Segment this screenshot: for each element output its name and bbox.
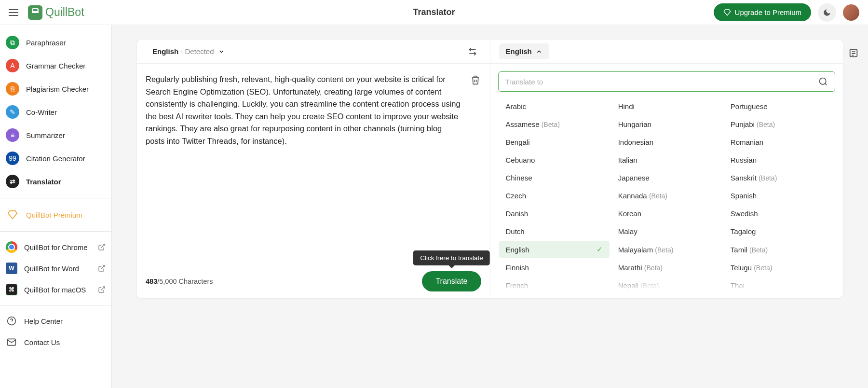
lang-option-tamil[interactable]: Tamil (Beta) <box>724 241 834 258</box>
lang-name: Russian <box>731 156 757 164</box>
support-help[interactable]: Help Center <box>2 310 109 332</box>
chevron-down-icon <box>218 48 225 55</box>
clear-text-button[interactable] <box>468 72 483 88</box>
source-lang-button[interactable]: English - Detected <box>146 43 231 59</box>
lang-option-kannada[interactable]: Kannada (Beta) <box>611 187 722 204</box>
sidebar-item-summarizer[interactable]: ≡Summarizer <box>2 124 109 147</box>
lang-option-russian[interactable]: Russian <box>724 152 834 168</box>
lang-option-portuguese[interactable]: Portuguese <box>724 98 834 115</box>
lang-option-marathi[interactable]: Marathi (Beta) <box>611 259 722 276</box>
sidebar-item-label: Paraphraser <box>26 39 66 47</box>
lang-name: French <box>506 281 529 290</box>
history-icon <box>848 48 859 58</box>
sidebar-item-label: Summarizer <box>26 131 65 139</box>
premium-link[interactable]: QuillBot Premium <box>2 203 109 226</box>
lang-option-czech[interactable]: Czech <box>499 187 610 204</box>
lang-name: Swedish <box>731 209 758 218</box>
lang-name: Sanskrit (Beta) <box>731 174 777 182</box>
lang-option-chinese[interactable]: Chinese <box>499 169 610 186</box>
lang-option-danish[interactable]: Danish <box>499 205 610 222</box>
moon-icon <box>823 8 831 17</box>
lang-name: Japanese <box>618 174 650 182</box>
support-mail[interactable]: Contact Us <box>2 332 109 353</box>
lang-name: Korean <box>618 209 641 218</box>
lang-option-italian[interactable]: Italian <box>611 152 722 168</box>
lang-option-hungarian[interactable]: Hungarian <box>611 116 722 133</box>
lang-option-nepali[interactable]: Nepali (Beta) <box>611 277 722 291</box>
lang-name: Punjabi (Beta) <box>731 120 775 128</box>
sidebar-item-translator[interactable]: ⇄Translator <box>2 170 109 193</box>
lang-option-cebuano[interactable]: Cebuano <box>499 152 610 168</box>
extension-label: QuillBot for Chrome <box>24 243 88 251</box>
theme-toggle[interactable] <box>818 3 836 22</box>
lang-option-malayalam[interactable]: Malayalam (Beta) <box>611 241 722 258</box>
translate-button[interactable]: Translate <box>422 271 481 291</box>
target-panel: English ArabicHindiPortugueseAssamese (B… <box>490 40 843 298</box>
lang-option-thai[interactable]: Thai <box>724 277 834 291</box>
lang-option-romanian[interactable]: Romanian <box>724 134 834 151</box>
user-avatar[interactable] <box>843 4 859 21</box>
mail-icon <box>6 336 17 348</box>
lang-name: Telugu (Beta) <box>731 263 773 272</box>
lang-option-finnish[interactable]: Finnish <box>499 259 610 276</box>
trash-icon <box>471 75 480 85</box>
lang-option-hindi[interactable]: Hindi <box>611 98 722 115</box>
diamond-icon <box>723 9 731 16</box>
svg-point-5 <box>820 78 826 84</box>
swap-languages-button[interactable] <box>464 43 481 60</box>
lang-option-french[interactable]: French <box>499 277 610 291</box>
lang-option-spanish[interactable]: Spanish <box>724 187 834 204</box>
menu-button[interactable] <box>9 6 22 19</box>
lang-option-tagalog[interactable]: Tagalog <box>724 223 834 240</box>
history-button[interactable] <box>847 46 860 60</box>
support-label: Help Center <box>24 317 63 325</box>
upgrade-button[interactable]: Upgrade to Premium <box>714 3 811 21</box>
app-header: QuillBot Translator Upgrade to Premium <box>0 0 868 25</box>
premium-diamond-icon <box>6 208 19 222</box>
sidebar-item-grammar-checker[interactable]: AGrammar Checker <box>2 54 109 77</box>
extension-chrome[interactable]: QuillBot for Chrome <box>2 236 109 258</box>
language-search-input[interactable] <box>505 78 819 86</box>
sidebar-item-co-writer[interactable]: ✎Co-Writer <box>2 100 109 124</box>
lang-option-indonesian[interactable]: Indonesian <box>611 134 722 151</box>
swap-icon <box>468 47 477 56</box>
lang-option-telugu[interactable]: Telugu (Beta) <box>724 259 834 276</box>
lang-option-japanese[interactable]: Japanese <box>611 169 722 186</box>
lang-name: Tamil (Beta) <box>731 246 768 254</box>
sidebar-item-label: Citation Generator <box>26 154 85 163</box>
lang-option-dutch[interactable]: Dutch <box>499 223 610 240</box>
extension-label: QuillBot for macOS <box>24 286 86 294</box>
logo-text: QuillBot <box>45 6 84 19</box>
lang-name: Nepali (Beta) <box>618 281 659 290</box>
sidebar-item-citation-generator[interactable]: 99Citation Generator <box>2 147 109 170</box>
lang-option-assamese[interactable]: Assamese (Beta) <box>499 116 610 133</box>
lang-option-punjabi[interactable]: Punjabi (Beta) <box>724 116 834 133</box>
logo[interactable]: QuillBot <box>28 5 84 20</box>
extension-word[interactable]: WQuillBot for Word <box>2 258 109 279</box>
lang-option-english[interactable]: English✓ <box>499 241 610 258</box>
source-text-area[interactable]: Regularly publishing fresh, relevant, hi… <box>137 64 490 264</box>
char-count: 483/5,000 Characters <box>146 277 213 285</box>
support-label: Contact Us <box>24 338 60 346</box>
lang-name: Chinese <box>506 174 532 182</box>
lang-option-sanskrit[interactable]: Sanskrit (Beta) <box>724 169 834 186</box>
extension-mac[interactable]: ⌘QuillBot for macOS <box>2 279 109 300</box>
sidebar-item-paraphraser[interactable]: ⧉Paraphraser <box>2 31 109 54</box>
lang-option-malay[interactable]: Malay <box>611 223 722 240</box>
lang-name: Assamese (Beta) <box>506 120 560 128</box>
lang-option-arabic[interactable]: Arabic <box>499 98 610 115</box>
translate-tooltip: Click here to translate <box>413 250 490 265</box>
main-content: English - Detected Regularly publishing … <box>112 25 868 388</box>
lang-option-bengali[interactable]: Bengali <box>499 134 610 151</box>
lang-name: Kannada (Beta) <box>618 192 667 200</box>
target-lang-bar: English <box>490 40 843 64</box>
target-lang-button[interactable]: English <box>499 43 549 59</box>
language-grid: ArabicHindiPortugueseAssamese (Beta)Hung… <box>498 97 836 291</box>
help-icon <box>6 315 17 327</box>
lang-option-korean[interactable]: Korean <box>611 205 722 222</box>
sidebar-item-plagiarism-checker[interactable]: ⎘Plagiarism Checker <box>2 77 109 100</box>
tool-icon: A <box>6 59 19 72</box>
lang-option-swedish[interactable]: Swedish <box>724 205 834 222</box>
tool-icon: ⧉ <box>6 36 19 49</box>
page-title: Translator <box>413 7 455 17</box>
